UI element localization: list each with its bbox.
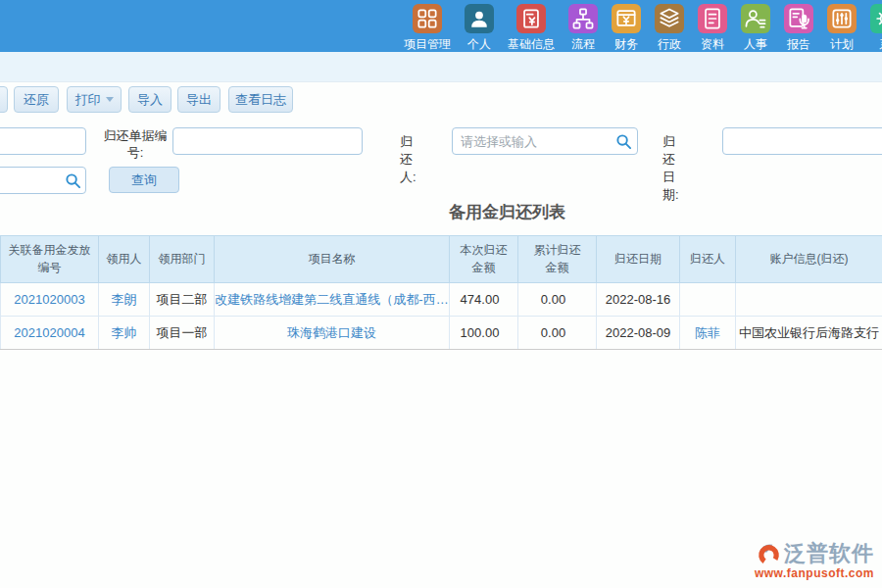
column-header: 项目名称 bbox=[215, 236, 450, 283]
nav-item-base-info[interactable]: 基础信息 bbox=[508, 4, 555, 53]
column-header: 本次归还金额 bbox=[450, 236, 518, 283]
column-header: 领用部门 bbox=[150, 236, 215, 283]
account-cell: 中国农业银行后海路支行 bbox=[736, 317, 882, 350]
nav-label: 流程 bbox=[571, 36, 595, 53]
nav-label: 人事 bbox=[744, 36, 767, 53]
top-navbar: 项目管理 个人 基础信息 流程 财务 bbox=[0, 0, 882, 52]
person-icon bbox=[465, 4, 494, 33]
nav-item-personal[interactable]: 个人 bbox=[465, 4, 494, 53]
nav-label: 计划 bbox=[830, 36, 854, 53]
column-header: 账户信息(归还) bbox=[736, 236, 882, 283]
nav-label: 项目管理 bbox=[404, 36, 451, 53]
import-button-label: 导入 bbox=[137, 91, 163, 109]
nav-label: 行政 bbox=[658, 36, 681, 53]
nav-item-project-mgmt[interactable]: 项目管理 bbox=[404, 4, 451, 53]
print-button-label: 打印 bbox=[75, 91, 101, 109]
user-list-icon bbox=[741, 4, 770, 33]
project-link[interactable]: 珠海鹤港口建设 bbox=[287, 325, 376, 340]
column-header: 累计归还金额 bbox=[518, 236, 597, 283]
nav-item-finance[interactable]: 财务 bbox=[612, 4, 641, 53]
nav-label: 个人 bbox=[467, 36, 491, 53]
nav-label: 资料 bbox=[701, 36, 724, 53]
page-title: 备用金归还列表 bbox=[372, 201, 642, 223]
column-header: 关联备用金发放编号 bbox=[1, 236, 99, 283]
fanpu-logo-icon bbox=[756, 541, 782, 567]
recipient-link[interactable]: 李朗 bbox=[112, 292, 137, 307]
print-button[interactable]: 打印 bbox=[67, 86, 122, 113]
column-header: 归还日期 bbox=[597, 236, 680, 283]
table-header-row: 关联备用金发放编号 领用人 领用部门 项目名称 本次归还金额 累计归还金额 归还… bbox=[1, 236, 882, 283]
nav-item-hr[interactable]: 人事 bbox=[741, 4, 770, 53]
brand-url: www.fanpusoft.com bbox=[755, 566, 874, 580]
total-cell: 0.00 bbox=[518, 317, 597, 350]
file-icon bbox=[698, 4, 727, 33]
gear-icon bbox=[870, 4, 882, 33]
nav-label: 财务 bbox=[614, 36, 638, 53]
search-icon[interactable] bbox=[65, 172, 81, 189]
returner-label: 归还人: bbox=[400, 133, 416, 186]
document-yen-icon bbox=[516, 4, 546, 33]
account-cell bbox=[736, 283, 882, 317]
total-cell: 0.00 bbox=[518, 283, 597, 317]
column-header: 领用人 bbox=[99, 236, 150, 283]
partial-button[interactable] bbox=[0, 86, 8, 113]
doc-no-input[interactable] bbox=[172, 127, 363, 155]
toolbar: 还原 打印 导入 导出 查看日志 bbox=[0, 86, 882, 114]
returner-cell bbox=[680, 283, 736, 317]
view-log-button-label: 查看日志 bbox=[235, 91, 286, 109]
return-date-label: 归还日期: bbox=[662, 133, 679, 204]
nav-item-admin[interactable]: 行政 bbox=[655, 4, 684, 53]
date-cell: 2022-08-16 bbox=[597, 283, 680, 317]
doc-no-label: 归还单据编号: bbox=[101, 128, 170, 162]
dept-cell: 项目二部 bbox=[150, 283, 215, 317]
returner-link[interactable]: 陈菲 bbox=[695, 325, 720, 340]
import-button[interactable]: 导入 bbox=[128, 86, 172, 113]
export-button[interactable]: 导出 bbox=[177, 86, 220, 113]
nav-subband bbox=[0, 52, 882, 82]
table-row: 2021020004 李帅 项目一部 珠海鹤港口建设 100.00 0.00 2… bbox=[1, 317, 882, 350]
export-button-label: 导出 bbox=[186, 91, 212, 109]
date-cell: 2022-08-09 bbox=[597, 317, 680, 350]
flowchart-icon bbox=[568, 4, 598, 33]
partial-filter-input[interactable] bbox=[0, 127, 86, 155]
nav-item-documents[interactable]: 资料 bbox=[698, 4, 727, 53]
report-mic-icon bbox=[784, 4, 813, 33]
search-icon[interactable] bbox=[615, 133, 632, 150]
returner-input[interactable] bbox=[452, 127, 638, 155]
nav-label: 基础信息 bbox=[508, 36, 555, 53]
return-list-table: 关联备用金发放编号 领用人 领用部门 项目名称 本次归还金额 累计归还金额 归还… bbox=[0, 235, 882, 350]
brand-watermark: 泛普软件 www.fanpusoft.com bbox=[755, 539, 874, 580]
record-id-link[interactable]: 2021020003 bbox=[14, 292, 84, 307]
yen-card-icon bbox=[612, 4, 641, 33]
brand-name: 泛普软件 bbox=[784, 539, 874, 568]
project-link[interactable]: 改建铁路线增建第二线直通线（成都-西… bbox=[215, 292, 448, 307]
return-date-input[interactable] bbox=[722, 127, 882, 155]
restore-button[interactable]: 还原 bbox=[14, 86, 59, 113]
app-window: 项目管理 个人 基础信息 流程 财务 bbox=[0, 0, 882, 588]
amount-cell: 100.00 bbox=[450, 317, 518, 350]
query-button-label: 查询 bbox=[131, 172, 157, 189]
sliders-icon bbox=[827, 4, 857, 33]
chevron-down-icon bbox=[106, 97, 114, 102]
nav-item-workflow[interactable]: 流程 bbox=[568, 4, 598, 53]
column-header: 归还人 bbox=[680, 236, 736, 283]
query-button[interactable]: 查询 bbox=[109, 167, 179, 193]
layers-icon bbox=[655, 4, 684, 33]
table-row: 2021020003 李朗 项目二部 改建铁路线增建第二线直通线（成都-西… 4… bbox=[1, 283, 882, 317]
nav-label: 报告 bbox=[787, 36, 810, 53]
record-id-link[interactable]: 2021020004 bbox=[14, 325, 84, 340]
amount-cell: 474.00 bbox=[450, 283, 518, 317]
restore-button-label: 还原 bbox=[24, 91, 49, 109]
nav-item-system[interactable]: 系 bbox=[870, 4, 882, 53]
recipient-link[interactable]: 李帅 bbox=[112, 325, 137, 340]
dept-cell: 项目一部 bbox=[150, 317, 215, 350]
grid-icon bbox=[413, 4, 442, 33]
nav-item-reports[interactable]: 报告 bbox=[784, 4, 813, 53]
nav-item-plan[interactable]: 计划 bbox=[827, 4, 857, 53]
view-log-button[interactable]: 查看日志 bbox=[228, 86, 293, 113]
